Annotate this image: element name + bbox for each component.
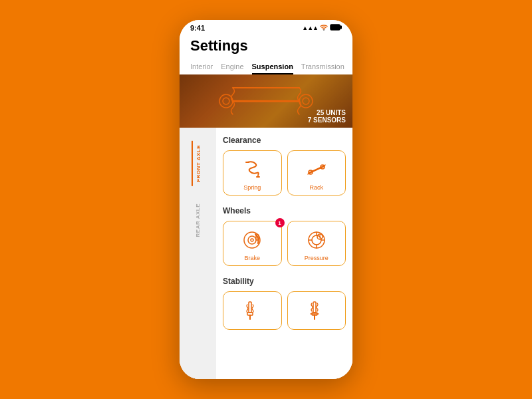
svg-line-11: [309, 166, 324, 173]
svg-rect-32: [313, 302, 316, 313]
sidebar-item-rear-axle[interactable]: REAR AXLE: [192, 200, 203, 241]
section-title-stability: Stability: [223, 277, 346, 286]
section-title-wheels: Wheels: [223, 206, 346, 215]
hero-sensors: 7 SENSORS: [308, 116, 346, 124]
hero-stats: 25 UNITS 7 SENSORS: [308, 109, 346, 124]
hero-image: 25 UNITS 7 SENSORS: [180, 74, 352, 128]
header: Settings: [180, 35, 352, 63]
sidebar-item-front-axle[interactable]: FRONT AXLE: [192, 141, 204, 186]
item-card-stability2[interactable]: [287, 291, 346, 330]
wheels-grid: 1 Brake: [223, 221, 346, 266]
status-icons: ▲▲▲: [302, 24, 342, 32]
item-card-rack[interactable]: Rack: [287, 150, 346, 196]
status-bar: 9:41 ▲▲▲: [180, 20, 352, 35]
svg-point-17: [248, 236, 256, 244]
battery-icon: [330, 24, 342, 32]
item-card-pressure[interactable]: Pressure: [287, 221, 346, 266]
rack-icon: [305, 158, 329, 182]
status-time: 9:41: [190, 24, 205, 32]
page-title: Settings: [190, 37, 342, 55]
wifi-icon: [320, 24, 328, 32]
clearance-grid: Spring Rack: [223, 150, 346, 196]
signal-icon: ▲▲▲: [302, 25, 318, 31]
item-card-stability1[interactable]: [223, 291, 282, 330]
sidebar: FRONT AXLE REAR AXLE: [180, 128, 216, 379]
tab-engine[interactable]: Engine: [221, 63, 243, 74]
section-title-clearance: Clearance: [223, 136, 346, 145]
svg-point-0: [323, 29, 325, 31]
svg-point-6: [299, 94, 313, 108]
item-card-spring[interactable]: Spring: [223, 150, 282, 196]
pressure-icon: [305, 228, 329, 252]
svg-point-18: [251, 239, 253, 241]
hero-units: 25 UNITS: [308, 109, 346, 116]
svg-point-5: [223, 98, 229, 104]
svg-rect-1: [331, 25, 340, 30]
brake-label: Brake: [244, 255, 260, 261]
phone-frame: 9:41 ▲▲▲ Settings Interior: [180, 20, 352, 379]
brake-icon: [240, 228, 264, 252]
content-panel: Clearance Spring: [216, 128, 352, 379]
spring-icon: [240, 158, 264, 182]
stability2-icon: [305, 299, 329, 323]
item-card-brake[interactable]: 1 Brake: [223, 221, 282, 266]
rack-label: Rack: [309, 184, 323, 191]
tab-suspension[interactable]: Suspension: [252, 63, 293, 74]
svg-point-4: [219, 94, 233, 108]
main-content: FRONT AXLE REAR AXLE Clearance: [180, 128, 352, 379]
stability-grid: [223, 291, 346, 330]
brake-badge: 1: [275, 218, 285, 227]
tab-interior[interactable]: Interior: [190, 63, 213, 74]
svg-rect-29: [249, 302, 251, 313]
svg-point-28: [319, 238, 320, 239]
svg-rect-2: [340, 26, 342, 29]
nav-tabs: Interior Engine Suspension Transmission: [180, 63, 352, 74]
spring-label: Spring: [243, 184, 261, 191]
stability1-icon: [240, 299, 264, 323]
pressure-label: Pressure: [305, 255, 329, 261]
tab-transmission[interactable]: Transmission: [301, 63, 344, 74]
svg-point-7: [303, 98, 309, 104]
